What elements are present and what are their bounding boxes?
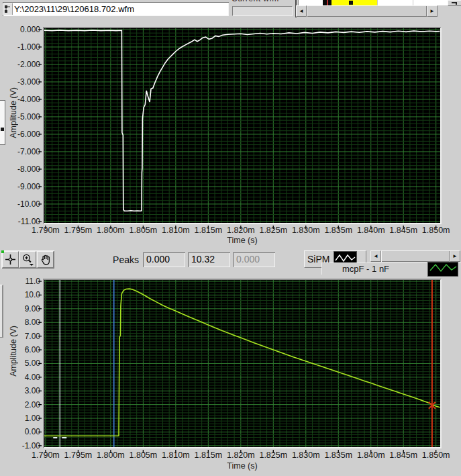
trace-mcpf-1-nf — [44, 289, 440, 436]
y-tick-label: 2.00 — [0, 400, 40, 410]
peak-value-1: 0.000 — [143, 252, 185, 267]
plot-canvas — [44, 280, 440, 447]
legend-scrollbar-thumb[interactable] — [381, 250, 450, 262]
x-tick-label: 1.805m — [130, 450, 158, 460]
x-tick-label: 1.840m — [357, 226, 385, 235]
y-tick-label: 11.0 — [0, 277, 40, 286]
wfm-path-text: Y:\2023\11\29\120618.702.wfm — [13, 4, 134, 14]
x-tick-label: 1.810m — [162, 450, 190, 460]
wfm-table-strip — [298, 0, 461, 5]
x-tick-label: 1.790m — [32, 450, 60, 460]
x-tick-label: 1.800m — [97, 226, 125, 235]
x-tick-label: 1.835m — [324, 450, 352, 460]
x-tick-label: 1.845m — [389, 226, 417, 235]
x-axis-label: Time (s) — [227, 461, 257, 471]
table-cell-selected[interactable] — [331, 0, 377, 5]
y-tick-label: -1.000 — [0, 42, 40, 52]
zoom-tool-button[interactable] — [19, 251, 36, 268]
y-tick-label: 8.00 — [0, 318, 40, 327]
x-tick-label: 1.845m — [389, 450, 417, 460]
x-tick-label: 1.850m — [422, 450, 450, 460]
x-tick-label: 1.815m — [194, 226, 222, 235]
x-axis-ticks: 1.790m1.795m1.800m1.805m1.810m1.815m1.82… — [44, 450, 440, 461]
x-tick-label: 1.820m — [227, 450, 255, 460]
y-tick-label: -3.000 — [0, 77, 40, 87]
wfm-path-field[interactable]: Y:\2023\11\29\120618.702.wfm — [3, 2, 229, 16]
y-tick-label: -5.000 — [0, 112, 40, 122]
crosshair-icon — [5, 254, 16, 265]
y-tick-label: 6.00 — [0, 345, 40, 354]
y-tick-label: -1.00 — [0, 441, 40, 450]
x-tick-label: 1.825m — [259, 450, 287, 460]
crosshair-tool-button[interactable] — [2, 251, 19, 268]
path-icon — [3, 3, 13, 15]
x-tick-label: 1.800m — [97, 450, 125, 460]
current-wfm-field[interactable] — [232, 6, 293, 16]
top-graph: Amplitude (V) 0.000-1.000-2.000-3.000-4.… — [0, 19, 461, 250]
x-tick-label: 1.795m — [64, 450, 93, 460]
scrollbar-thumb[interactable] — [307, 5, 427, 17]
x-axis-ticks: 1.790m1.795m1.800m1.805m1.810m1.815m1.82… — [44, 226, 440, 236]
y-tick-label: -4.000 — [0, 95, 40, 104]
palette-indicator-dot — [1, 250, 4, 253]
y-axis-ticks: 0.000-1.000-2.000-3.000-4.000-5.000-6.00… — [0, 28, 42, 223]
y-tick-label: 4.00 — [0, 373, 40, 382]
x-tick-label: 1.830m — [292, 450, 320, 460]
y-tick-label: 3.00 — [0, 386, 40, 395]
table-corner-button[interactable] — [448, 0, 461, 6]
y-tick-label: 0.000 — [0, 25, 40, 34]
x-tick-label: 1.815m — [194, 450, 222, 460]
x-tick-label: 1.790m — [32, 226, 60, 235]
x-tick-label: 1.825m — [259, 226, 287, 235]
x-tick-label: 1.850m — [422, 226, 450, 235]
graph-palette — [1, 250, 54, 269]
x-tick-label: 1.830m — [292, 226, 320, 235]
scroll-left-button[interactable]: ◄ — [296, 5, 307, 17]
x-tick-label: 1.805m — [130, 226, 158, 235]
x-tick-label: 1.795m — [64, 226, 93, 235]
legend-scroll-left-button[interactable]: ◄ — [370, 250, 381, 262]
peak-value-2: 10.32 — [188, 252, 230, 267]
top-scrollbar: ◄ ► — [296, 5, 438, 17]
y-tick-label: 7.00 — [0, 332, 40, 341]
waveform-plot-top[interactable] — [44, 28, 440, 223]
y-tick-label: 1.00 — [0, 414, 40, 423]
x-tick-label: 1.835m — [324, 226, 352, 235]
y-tick-label: -8.000 — [0, 164, 40, 174]
y-tick-label: 9.00 — [0, 304, 40, 314]
y-tick-label: -7.000 — [0, 147, 40, 156]
table-divider — [377, 0, 378, 5]
plot-canvas — [44, 28, 440, 223]
magnifier-icon — [21, 253, 34, 266]
x-axis-label: Time (s) — [227, 236, 257, 245]
peak-value-3: 0.000 — [233, 252, 275, 267]
pan-tool-button[interactable] — [37, 251, 54, 268]
table-cell-dark — [323, 0, 331, 5]
x-tick-label: 1.840m — [357, 450, 385, 460]
y-tick-label: 5.00 — [0, 359, 40, 368]
y-tick-label: 10.0 — [0, 290, 40, 299]
y-tick-label: -2.000 — [0, 60, 40, 69]
y-tick-label: 0.00 — [0, 427, 40, 436]
legend-scroll-right-button[interactable]: ► — [450, 250, 460, 262]
table-divider — [413, 0, 413, 5]
legend-scrollbar: ◄ ► — [370, 250, 460, 262]
y-tick-label: -6.000 — [0, 130, 40, 139]
waveform-plot-bottom[interactable] — [44, 280, 440, 447]
current-wfm-label: Current wfm — [232, 0, 293, 3]
y-tick-label: -11.00 — [0, 217, 40, 226]
scroll-right-button[interactable]: ► — [427, 5, 438, 17]
hand-icon — [40, 254, 52, 266]
y-axis-ticks: 11.010.09.008.007.006.005.004.003.002.00… — [0, 280, 42, 447]
x-tick-label: 1.810m — [162, 226, 190, 235]
current-wfm-panel: Current wfm — [230, 0, 295, 18]
y-tick-label: -10.00 — [0, 199, 40, 209]
clipped-panel-artifact — [0, 100, 5, 145]
bottom-graph: Amplitude (V) 11.010.09.008.007.006.005.… — [0, 272, 461, 476]
peaks-label: Peaks — [94, 254, 139, 265]
x-tick-label: 1.820m — [227, 226, 255, 235]
y-tick-label: -9.000 — [0, 182, 40, 191]
